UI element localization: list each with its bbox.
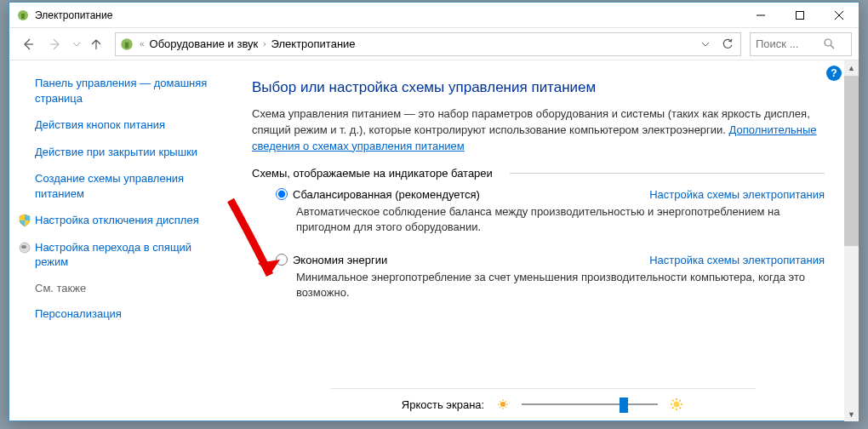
sidebar: Панель управления — домашняя страница Де… [9, 60, 226, 421]
search-icon [824, 38, 835, 49]
plan-settings-link[interactable]: Настройка схемы электропитания [649, 254, 825, 266]
shield-icon [18, 214, 31, 227]
power-plan-saver: Экономия энергии Настройка схемы электро… [252, 254, 825, 300]
titlebar: Электропитание [9, 3, 859, 28]
body-area: ? ▲ ▼ Панель управления — домашняя стран… [9, 60, 859, 421]
app-icon [16, 9, 30, 22]
sidebar-link-personalization[interactable]: Персонализация [35, 306, 218, 322]
maximize-button[interactable] [780, 3, 819, 28]
window-title: Электропитание [35, 9, 741, 21]
plan-name: Сбалансированная (рекомендуется) [293, 188, 480, 201]
plan-radio-balanced[interactable]: Сбалансированная (рекомендуется) [276, 188, 480, 201]
plans-group-label: Схемы, отображаемые на индикаторе батаре… [252, 167, 825, 180]
power-plan-balanced: Сбалансированная (рекомендуется) Настрой… [252, 188, 825, 235]
search-input[interactable] [756, 37, 824, 50]
sidebar-link-display-off[interactable]: Настройка отключения дисплея [35, 213, 199, 228]
nav-recent-dropdown[interactable] [71, 32, 83, 56]
slider-track [522, 403, 658, 405]
breadcrumb-part[interactable]: Оборудование и звук [150, 37, 259, 50]
globe-icon [18, 241, 31, 255]
window: Электропитание « Оборудование и звук › Э… [9, 2, 859, 421]
plan-settings-link[interactable]: Настройка схемы электропитания [649, 188, 825, 201]
close-button[interactable] [819, 3, 859, 28]
svg-rect-1 [797, 11, 804, 19]
sidebar-link-sleep[interactable]: Настройка перехода в спящий режим [35, 240, 218, 270]
nav-up-button[interactable] [86, 34, 106, 54]
breadcrumb-sep-icon: › [263, 39, 266, 49]
nav-forward-button[interactable] [43, 32, 67, 56]
sidebar-link-power-buttons[interactable]: Действия кнопок питания [35, 117, 218, 133]
sun-high-icon [670, 398, 683, 411]
see-also-label: См. также [35, 282, 218, 295]
plan-radio-saver[interactable]: Экономия энергии [276, 254, 387, 266]
address-icon [119, 37, 134, 52]
svg-point-6 [500, 402, 505, 407]
page-description: Схема управления питанием — это набор па… [252, 106, 825, 155]
page-heading: Выбор или настройка схемы управления пит… [252, 79, 825, 96]
sidebar-home-link[interactable]: Панель управления — домашняя страница [35, 76, 218, 106]
breadcrumb-part[interactable]: Электропитание [271, 37, 356, 50]
search-box[interactable] [750, 32, 852, 56]
refresh-button[interactable] [718, 38, 737, 50]
svg-point-7 [674, 402, 680, 408]
sidebar-link-create-plan[interactable]: Создание схемы управления питанием [35, 171, 218, 201]
radio-input[interactable] [276, 188, 288, 200]
plan-description: Автоматическое соблюдение баланса между … [276, 204, 825, 235]
address-dropdown-icon[interactable] [698, 37, 713, 50]
address-bar[interactable]: « Оборудование и звук › Электропитание [115, 32, 741, 56]
sun-low-icon [496, 398, 510, 411]
svg-point-5 [21, 245, 26, 249]
plan-name: Экономия энергии [293, 254, 387, 266]
navbar: « Оборудование и звук › Электропитание [9, 28, 859, 60]
sidebar-link-lid-close[interactable]: Действие при закрытии крышки [35, 145, 218, 160]
brightness-slider[interactable] [522, 396, 658, 413]
brightness-label: Яркость экрана: [402, 398, 484, 411]
nav-back-button[interactable] [16, 32, 40, 56]
slider-thumb[interactable] [620, 398, 628, 413]
content: Выбор или настройка схемы управления пит… [226, 60, 859, 421]
radio-input[interactable] [276, 254, 288, 266]
svg-point-3 [825, 39, 831, 46]
breadcrumb-sep-icon: « [140, 39, 145, 49]
minimize-button[interactable] [741, 3, 780, 28]
plan-description: Минимальное энергопотребление за счет ум… [276, 270, 825, 300]
brightness-control: Яркость экрана: [330, 388, 756, 413]
